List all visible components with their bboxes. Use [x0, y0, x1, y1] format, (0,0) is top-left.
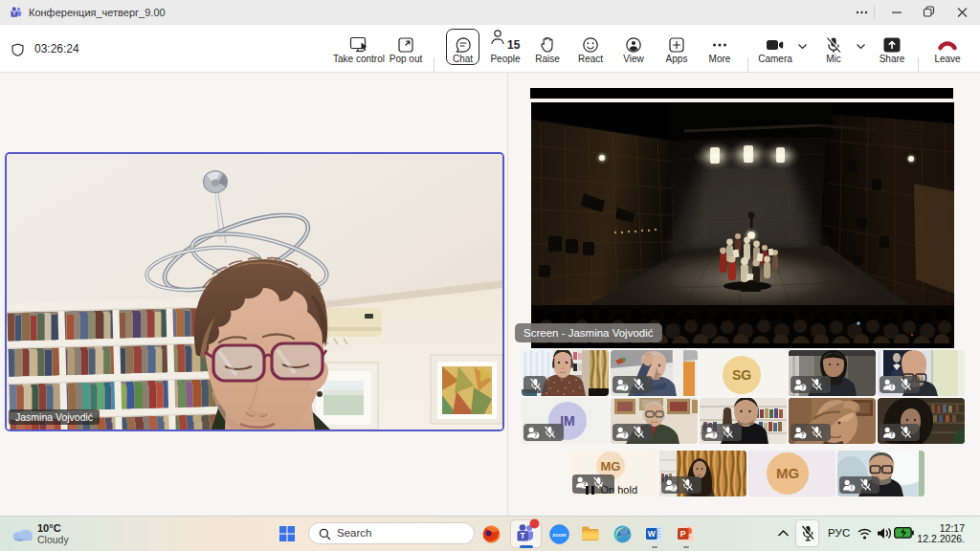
svg-text:W: W: [648, 529, 657, 539]
svg-text:zoom: zoom: [552, 532, 566, 538]
svg-text:?: ?: [623, 431, 627, 438]
svg-text:?: ?: [712, 431, 716, 438]
svg-text:SG: SG: [732, 367, 751, 383]
svg-text:?: ?: [801, 431, 805, 438]
svg-text:MG: MG: [601, 459, 621, 474]
svg-text:!: !: [851, 484, 853, 491]
svg-text:T: T: [521, 531, 526, 540]
svg-text:?: ?: [623, 384, 627, 390]
svg-text:?: ?: [801, 384, 805, 390]
svg-text:!: !: [891, 384, 893, 390]
svg-text:?: ?: [534, 431, 538, 438]
svg-text:?: ?: [672, 484, 676, 491]
svg-text:MG: MG: [776, 465, 799, 481]
svg-text:?: ?: [890, 431, 894, 438]
svg-text:P: P: [680, 529, 686, 539]
